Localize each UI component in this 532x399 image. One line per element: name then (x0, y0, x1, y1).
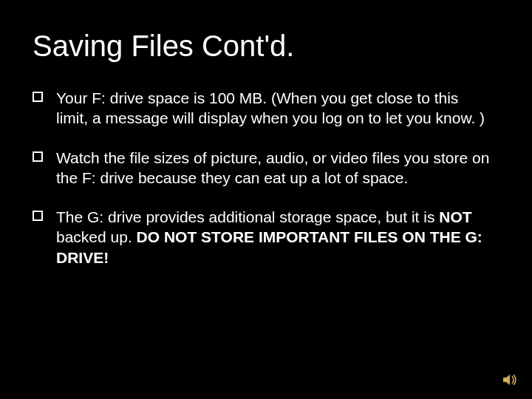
square-bullet-icon (33, 92, 43, 102)
bullet-text: The G: drive provides additional storage… (56, 207, 491, 267)
bullet-text: Your F: drive space is 100 MB. (When you… (56, 88, 491, 129)
square-bullet-icon (33, 211, 43, 221)
slide: Saving Files Cont'd. Your F: drive space… (0, 0, 532, 399)
page-title: Saving Files Cont'd. (33, 30, 491, 63)
bullet-list: Your F: drive space is 100 MB. (When you… (33, 88, 491, 267)
list-item: Your F: drive space is 100 MB. (When you… (33, 88, 491, 129)
sound-icon (502, 372, 519, 387)
square-bullet-icon (33, 151, 43, 162)
svg-marker-0 (503, 375, 510, 385)
list-item: Watch the file sizes of picture, audio, … (33, 148, 491, 188)
list-item: The G: drive provides additional storage… (33, 207, 491, 267)
bullet-text: Watch the file sizes of picture, audio, … (56, 148, 491, 188)
